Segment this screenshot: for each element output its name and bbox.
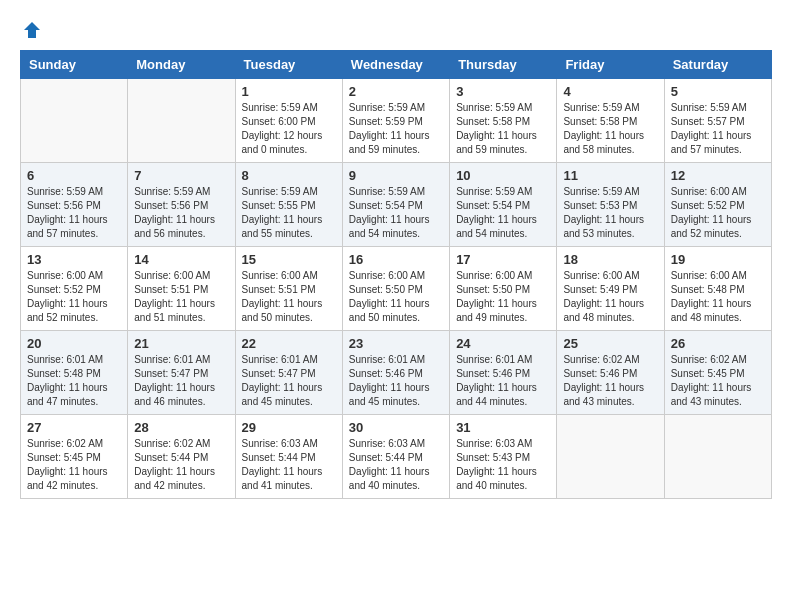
day-number: 20 <box>27 336 121 351</box>
calendar-cell: 25Sunrise: 6:02 AM Sunset: 5:46 PM Dayli… <box>557 331 664 415</box>
day-info: Sunrise: 5:59 AM Sunset: 5:58 PM Dayligh… <box>456 101 550 157</box>
calendar-cell: 18Sunrise: 6:00 AM Sunset: 5:49 PM Dayli… <box>557 247 664 331</box>
day-number: 15 <box>242 252 336 267</box>
calendar-week-row: 6Sunrise: 5:59 AM Sunset: 5:56 PM Daylig… <box>21 163 772 247</box>
day-info: Sunrise: 5:59 AM Sunset: 5:54 PM Dayligh… <box>349 185 443 241</box>
day-info: Sunrise: 5:59 AM Sunset: 5:55 PM Dayligh… <box>242 185 336 241</box>
calendar-cell <box>21 79 128 163</box>
day-info: Sunrise: 6:02 AM Sunset: 5:45 PM Dayligh… <box>671 353 765 409</box>
day-info: Sunrise: 6:00 AM Sunset: 5:52 PM Dayligh… <box>671 185 765 241</box>
calendar-cell: 20Sunrise: 6:01 AM Sunset: 5:48 PM Dayli… <box>21 331 128 415</box>
logo <box>20 20 42 40</box>
calendar-week-row: 1Sunrise: 5:59 AM Sunset: 6:00 PM Daylig… <box>21 79 772 163</box>
logo-icon <box>22 20 42 40</box>
weekday-header: Saturday <box>664 51 771 79</box>
day-number: 11 <box>563 168 657 183</box>
day-number: 7 <box>134 168 228 183</box>
calendar-cell <box>557 415 664 499</box>
day-number: 2 <box>349 84 443 99</box>
calendar-cell: 5Sunrise: 5:59 AM Sunset: 5:57 PM Daylig… <box>664 79 771 163</box>
calendar-cell: 8Sunrise: 5:59 AM Sunset: 5:55 PM Daylig… <box>235 163 342 247</box>
day-info: Sunrise: 6:00 AM Sunset: 5:52 PM Dayligh… <box>27 269 121 325</box>
day-info: Sunrise: 5:59 AM Sunset: 5:54 PM Dayligh… <box>456 185 550 241</box>
calendar-cell: 4Sunrise: 5:59 AM Sunset: 5:58 PM Daylig… <box>557 79 664 163</box>
day-number: 5 <box>671 84 765 99</box>
calendar-cell: 23Sunrise: 6:01 AM Sunset: 5:46 PM Dayli… <box>342 331 449 415</box>
calendar-cell <box>128 79 235 163</box>
weekday-header: Thursday <box>450 51 557 79</box>
calendar-cell: 21Sunrise: 6:01 AM Sunset: 5:47 PM Dayli… <box>128 331 235 415</box>
day-info: Sunrise: 6:00 AM Sunset: 5:51 PM Dayligh… <box>242 269 336 325</box>
day-info: Sunrise: 6:01 AM Sunset: 5:47 PM Dayligh… <box>134 353 228 409</box>
day-number: 9 <box>349 168 443 183</box>
calendar-header-row: SundayMondayTuesdayWednesdayThursdayFrid… <box>21 51 772 79</box>
calendar-table: SundayMondayTuesdayWednesdayThursdayFrid… <box>20 50 772 499</box>
day-number: 29 <box>242 420 336 435</box>
day-number: 22 <box>242 336 336 351</box>
day-info: Sunrise: 6:01 AM Sunset: 5:46 PM Dayligh… <box>456 353 550 409</box>
day-number: 28 <box>134 420 228 435</box>
day-number: 26 <box>671 336 765 351</box>
day-number: 24 <box>456 336 550 351</box>
page-header <box>20 20 772 40</box>
calendar-cell: 30Sunrise: 6:03 AM Sunset: 5:44 PM Dayli… <box>342 415 449 499</box>
calendar-cell: 16Sunrise: 6:00 AM Sunset: 5:50 PM Dayli… <box>342 247 449 331</box>
day-number: 16 <box>349 252 443 267</box>
day-info: Sunrise: 6:03 AM Sunset: 5:43 PM Dayligh… <box>456 437 550 493</box>
day-number: 27 <box>27 420 121 435</box>
calendar-cell: 31Sunrise: 6:03 AM Sunset: 5:43 PM Dayli… <box>450 415 557 499</box>
day-info: Sunrise: 6:02 AM Sunset: 5:46 PM Dayligh… <box>563 353 657 409</box>
calendar-cell: 3Sunrise: 5:59 AM Sunset: 5:58 PM Daylig… <box>450 79 557 163</box>
calendar-cell: 19Sunrise: 6:00 AM Sunset: 5:48 PM Dayli… <box>664 247 771 331</box>
calendar-cell: 24Sunrise: 6:01 AM Sunset: 5:46 PM Dayli… <box>450 331 557 415</box>
weekday-header: Sunday <box>21 51 128 79</box>
day-info: Sunrise: 6:03 AM Sunset: 5:44 PM Dayligh… <box>242 437 336 493</box>
calendar-cell: 13Sunrise: 6:00 AM Sunset: 5:52 PM Dayli… <box>21 247 128 331</box>
svg-marker-0 <box>24 22 40 38</box>
calendar-cell: 15Sunrise: 6:00 AM Sunset: 5:51 PM Dayli… <box>235 247 342 331</box>
day-info: Sunrise: 6:01 AM Sunset: 5:46 PM Dayligh… <box>349 353 443 409</box>
calendar-cell: 22Sunrise: 6:01 AM Sunset: 5:47 PM Dayli… <box>235 331 342 415</box>
calendar-cell: 14Sunrise: 6:00 AM Sunset: 5:51 PM Dayli… <box>128 247 235 331</box>
day-number: 30 <box>349 420 443 435</box>
day-number: 23 <box>349 336 443 351</box>
weekday-header: Wednesday <box>342 51 449 79</box>
day-info: Sunrise: 5:59 AM Sunset: 6:00 PM Dayligh… <box>242 101 336 157</box>
weekday-header: Tuesday <box>235 51 342 79</box>
calendar-cell: 9Sunrise: 5:59 AM Sunset: 5:54 PM Daylig… <box>342 163 449 247</box>
calendar-cell: 6Sunrise: 5:59 AM Sunset: 5:56 PM Daylig… <box>21 163 128 247</box>
day-number: 8 <box>242 168 336 183</box>
weekday-header: Monday <box>128 51 235 79</box>
day-info: Sunrise: 5:59 AM Sunset: 5:56 PM Dayligh… <box>27 185 121 241</box>
day-number: 25 <box>563 336 657 351</box>
calendar-cell: 2Sunrise: 5:59 AM Sunset: 5:59 PM Daylig… <box>342 79 449 163</box>
day-number: 1 <box>242 84 336 99</box>
day-info: Sunrise: 6:00 AM Sunset: 5:50 PM Dayligh… <box>349 269 443 325</box>
calendar-cell: 12Sunrise: 6:00 AM Sunset: 5:52 PM Dayli… <box>664 163 771 247</box>
day-number: 6 <box>27 168 121 183</box>
day-number: 10 <box>456 168 550 183</box>
calendar-cell: 10Sunrise: 5:59 AM Sunset: 5:54 PM Dayli… <box>450 163 557 247</box>
day-number: 13 <box>27 252 121 267</box>
calendar-cell: 28Sunrise: 6:02 AM Sunset: 5:44 PM Dayli… <box>128 415 235 499</box>
day-number: 12 <box>671 168 765 183</box>
day-info: Sunrise: 5:59 AM Sunset: 5:58 PM Dayligh… <box>563 101 657 157</box>
calendar-cell: 17Sunrise: 6:00 AM Sunset: 5:50 PM Dayli… <box>450 247 557 331</box>
calendar-cell: 27Sunrise: 6:02 AM Sunset: 5:45 PM Dayli… <box>21 415 128 499</box>
calendar-cell: 1Sunrise: 5:59 AM Sunset: 6:00 PM Daylig… <box>235 79 342 163</box>
day-info: Sunrise: 6:02 AM Sunset: 5:45 PM Dayligh… <box>27 437 121 493</box>
weekday-header: Friday <box>557 51 664 79</box>
day-info: Sunrise: 6:01 AM Sunset: 5:48 PM Dayligh… <box>27 353 121 409</box>
day-number: 4 <box>563 84 657 99</box>
calendar-cell: 7Sunrise: 5:59 AM Sunset: 5:56 PM Daylig… <box>128 163 235 247</box>
day-info: Sunrise: 5:59 AM Sunset: 5:57 PM Dayligh… <box>671 101 765 157</box>
day-number: 19 <box>671 252 765 267</box>
calendar-week-row: 13Sunrise: 6:00 AM Sunset: 5:52 PM Dayli… <box>21 247 772 331</box>
day-info: Sunrise: 6:00 AM Sunset: 5:48 PM Dayligh… <box>671 269 765 325</box>
day-number: 31 <box>456 420 550 435</box>
day-info: Sunrise: 5:59 AM Sunset: 5:59 PM Dayligh… <box>349 101 443 157</box>
day-info: Sunrise: 6:00 AM Sunset: 5:49 PM Dayligh… <box>563 269 657 325</box>
day-number: 14 <box>134 252 228 267</box>
day-info: Sunrise: 6:03 AM Sunset: 5:44 PM Dayligh… <box>349 437 443 493</box>
day-number: 18 <box>563 252 657 267</box>
